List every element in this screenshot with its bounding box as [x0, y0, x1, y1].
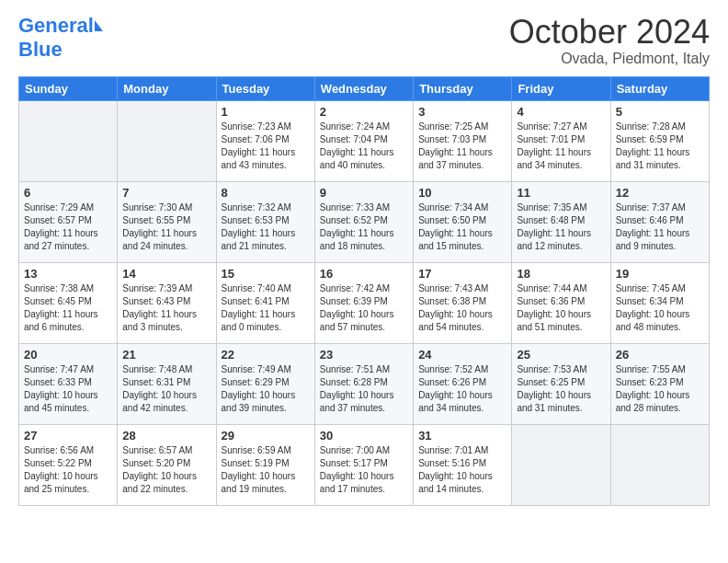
- day-number: 23: [320, 348, 408, 362]
- calendar-cell: 30Sunrise: 7:00 AM Sunset: 5:17 PM Dayli…: [314, 424, 413, 505]
- day-info: Sunrise: 7:53 AM Sunset: 6:25 PM Dayligh…: [517, 363, 605, 415]
- day-info: Sunrise: 7:00 AM Sunset: 5:17 PM Dayligh…: [320, 444, 408, 496]
- day-info: Sunrise: 7:28 AM Sunset: 6:59 PM Dayligh…: [616, 121, 704, 172]
- day-number: 6: [24, 186, 112, 200]
- page: General Blue October 2024 Ovada, Piedmon…: [0, 0, 728, 515]
- calendar-cell: 16Sunrise: 7:42 AM Sunset: 6:39 PM Dayli…: [314, 262, 413, 343]
- day-info: Sunrise: 7:45 AM Sunset: 6:34 PM Dayligh…: [616, 282, 704, 334]
- day-number: 20: [24, 348, 112, 362]
- day-number: 22: [222, 348, 310, 362]
- day-info: Sunrise: 7:23 AM Sunset: 7:06 PM Dayligh…: [222, 121, 310, 172]
- header: General Blue October 2024 Ovada, Piedmon…: [18, 14, 710, 67]
- col-monday: Monday: [118, 76, 216, 100]
- calendar-week-row: 6Sunrise: 7:29 AM Sunset: 6:57 PM Daylig…: [19, 181, 710, 262]
- day-info: Sunrise: 7:40 AM Sunset: 6:41 PM Dayligh…: [222, 282, 310, 334]
- calendar-week-row: 13Sunrise: 7:38 AM Sunset: 6:45 PM Dayli…: [19, 262, 710, 343]
- calendar-week-row: 1Sunrise: 7:23 AM Sunset: 7:06 PM Daylig…: [19, 100, 710, 181]
- calendar-cell: 17Sunrise: 7:43 AM Sunset: 6:38 PM Dayli…: [414, 262, 512, 343]
- day-number: 25: [517, 348, 605, 362]
- calendar-cell: 24Sunrise: 7:52 AM Sunset: 6:26 PM Dayli…: [414, 343, 512, 424]
- month-title: October 2024: [509, 14, 710, 51]
- day-info: Sunrise: 7:44 AM Sunset: 6:36 PM Dayligh…: [517, 282, 605, 334]
- day-info: Sunrise: 7:47 AM Sunset: 6:33 PM Dayligh…: [24, 363, 112, 415]
- day-number: 31: [418, 429, 506, 442]
- calendar-cell: [19, 100, 118, 181]
- day-number: 9: [320, 186, 408, 200]
- calendar-cell: 12Sunrise: 7:37 AM Sunset: 6:46 PM Dayli…: [610, 181, 709, 262]
- calendar-cell: 15Sunrise: 7:40 AM Sunset: 6:41 PM Dayli…: [216, 262, 314, 343]
- day-number: 15: [222, 267, 310, 281]
- day-info: Sunrise: 7:24 AM Sunset: 7:04 PM Dayligh…: [320, 121, 408, 172]
- calendar-week-row: 27Sunrise: 6:56 AM Sunset: 5:22 PM Dayli…: [19, 424, 710, 505]
- day-info: Sunrise: 6:57 AM Sunset: 5:20 PM Dayligh…: [122, 444, 210, 496]
- day-number: 28: [122, 429, 210, 442]
- calendar-cell: 3Sunrise: 7:25 AM Sunset: 7:03 PM Daylig…: [414, 100, 512, 181]
- day-number: 29: [222, 429, 310, 442]
- logo-wrapper: General: [18, 14, 103, 38]
- col-friday: Friday: [512, 76, 610, 100]
- calendar-header-row: Sunday Monday Tuesday Wednesday Thursday…: [19, 76, 710, 100]
- day-info: Sunrise: 7:43 AM Sunset: 6:38 PM Dayligh…: [418, 282, 506, 334]
- day-info: Sunrise: 7:27 AM Sunset: 7:01 PM Dayligh…: [517, 121, 605, 172]
- day-number: 11: [517, 186, 605, 200]
- logo-triangle-icon: [95, 20, 103, 31]
- day-number: 24: [418, 348, 506, 362]
- calendar-cell: 8Sunrise: 7:32 AM Sunset: 6:53 PM Daylig…: [216, 181, 314, 262]
- day-number: 21: [122, 348, 210, 362]
- day-info: Sunrise: 7:33 AM Sunset: 6:52 PM Dayligh…: [320, 201, 408, 253]
- day-number: 18: [517, 267, 605, 281]
- day-number: 16: [320, 267, 408, 281]
- day-number: 4: [517, 105, 605, 119]
- day-number: 2: [320, 105, 408, 119]
- calendar-cell: [610, 424, 709, 505]
- logo: General Blue: [18, 14, 103, 62]
- day-info: Sunrise: 7:55 AM Sunset: 6:23 PM Dayligh…: [616, 363, 704, 415]
- day-info: Sunrise: 7:01 AM Sunset: 5:16 PM Dayligh…: [418, 444, 506, 496]
- day-info: Sunrise: 6:59 AM Sunset: 5:19 PM Dayligh…: [222, 444, 310, 496]
- calendar-cell: 4Sunrise: 7:27 AM Sunset: 7:01 PM Daylig…: [512, 100, 610, 181]
- location: Ovada, Piedmont, Italy: [509, 51, 710, 67]
- day-info: Sunrise: 7:42 AM Sunset: 6:39 PM Dayligh…: [320, 282, 408, 334]
- day-info: Sunrise: 7:38 AM Sunset: 6:45 PM Dayligh…: [24, 282, 112, 334]
- calendar-cell: 1Sunrise: 7:23 AM Sunset: 7:06 PM Daylig…: [216, 100, 314, 181]
- day-number: 30: [320, 429, 408, 442]
- day-number: 14: [122, 267, 210, 281]
- calendar-cell: 22Sunrise: 7:49 AM Sunset: 6:29 PM Dayli…: [216, 343, 314, 424]
- day-info: Sunrise: 7:34 AM Sunset: 6:50 PM Dayligh…: [418, 201, 506, 253]
- calendar-cell: 21Sunrise: 7:48 AM Sunset: 6:31 PM Dayli…: [118, 343, 216, 424]
- day-info: Sunrise: 7:48 AM Sunset: 6:31 PM Dayligh…: [122, 363, 210, 415]
- logo-blue-text: Blue: [18, 38, 63, 62]
- calendar-cell: 5Sunrise: 7:28 AM Sunset: 6:59 PM Daylig…: [610, 100, 709, 181]
- day-number: 5: [616, 105, 704, 119]
- day-info: Sunrise: 7:51 AM Sunset: 6:28 PM Dayligh…: [320, 363, 408, 415]
- day-info: Sunrise: 7:30 AM Sunset: 6:55 PM Dayligh…: [122, 201, 210, 253]
- day-number: 7: [122, 186, 210, 200]
- calendar-cell: 28Sunrise: 6:57 AM Sunset: 5:20 PM Dayli…: [118, 424, 216, 505]
- day-number: 10: [418, 186, 506, 200]
- calendar-cell: 25Sunrise: 7:53 AM Sunset: 6:25 PM Dayli…: [512, 343, 610, 424]
- day-info: Sunrise: 7:32 AM Sunset: 6:53 PM Dayligh…: [222, 201, 310, 253]
- calendar-cell: 10Sunrise: 7:34 AM Sunset: 6:50 PM Dayli…: [414, 181, 512, 262]
- calendar-cell: 11Sunrise: 7:35 AM Sunset: 6:48 PM Dayli…: [512, 181, 610, 262]
- calendar-cell: 26Sunrise: 7:55 AM Sunset: 6:23 PM Dayli…: [610, 343, 709, 424]
- calendar-cell: 23Sunrise: 7:51 AM Sunset: 6:28 PM Dayli…: [314, 343, 413, 424]
- day-info: Sunrise: 7:29 AM Sunset: 6:57 PM Dayligh…: [24, 201, 112, 253]
- calendar-cell: 29Sunrise: 6:59 AM Sunset: 5:19 PM Dayli…: [216, 424, 314, 505]
- day-number: 3: [418, 105, 506, 119]
- day-number: 19: [616, 267, 704, 281]
- day-number: 12: [616, 186, 704, 200]
- logo-general: General: [18, 14, 94, 38]
- calendar-cell: 6Sunrise: 7:29 AM Sunset: 6:57 PM Daylig…: [19, 181, 118, 262]
- day-number: 26: [616, 348, 704, 362]
- calendar-cell: 31Sunrise: 7:01 AM Sunset: 5:16 PM Dayli…: [414, 424, 512, 505]
- calendar-cell: 18Sunrise: 7:44 AM Sunset: 6:36 PM Dayli…: [512, 262, 610, 343]
- calendar-cell: 14Sunrise: 7:39 AM Sunset: 6:43 PM Dayli…: [118, 262, 216, 343]
- calendar-cell: 7Sunrise: 7:30 AM Sunset: 6:55 PM Daylig…: [118, 181, 216, 262]
- col-thursday: Thursday: [414, 76, 512, 100]
- day-info: Sunrise: 7:52 AM Sunset: 6:26 PM Dayligh…: [418, 363, 506, 415]
- title-area: October 2024 Ovada, Piedmont, Italy: [509, 14, 710, 67]
- calendar-cell: 19Sunrise: 7:45 AM Sunset: 6:34 PM Dayli…: [610, 262, 709, 343]
- day-info: Sunrise: 7:37 AM Sunset: 6:46 PM Dayligh…: [616, 201, 704, 253]
- calendar-cell: [512, 424, 610, 505]
- col-saturday: Saturday: [610, 76, 709, 100]
